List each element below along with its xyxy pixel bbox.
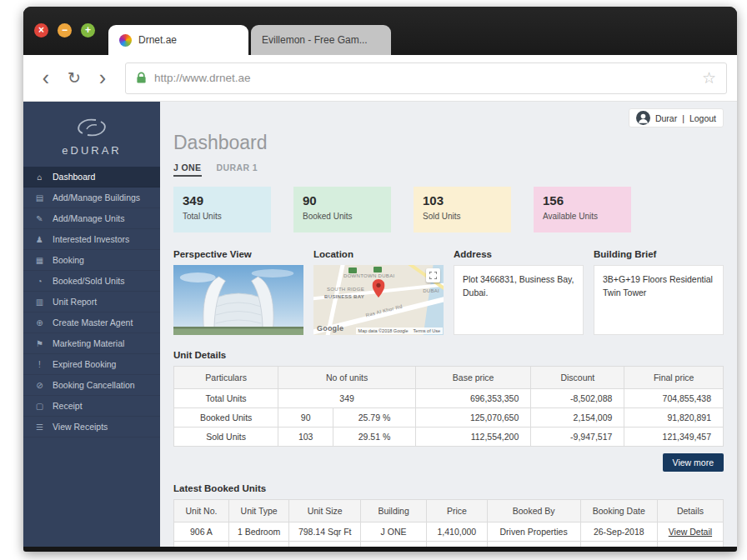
user-icon: ♟ xyxy=(34,235,45,244)
cell-building: J ONE xyxy=(361,542,427,548)
section-title: Building Brief xyxy=(594,249,724,259)
cell-discount: -9,947,517 xyxy=(531,428,624,447)
address-card: Plot 3466831, Business Bay, Dubai. xyxy=(454,265,584,335)
table-row: 906 A 1 Bedroom 798.14 Sqr Ft J ONE 1,41… xyxy=(174,522,724,542)
stat-value: 156 xyxy=(543,193,622,208)
view-more-button[interactable]: View more xyxy=(663,453,724,472)
cell-unit-size: 698.58 Sqr Ft xyxy=(289,542,361,548)
location-column: Location DOWNTOWN DUBAI SOUTH RIDGE BUSI… xyxy=(313,249,444,335)
table-row: Total Units 349 696,353,350 -8,502,088 7… xyxy=(174,389,724,408)
cell-booking-date: 26-Sep-2018 xyxy=(580,522,657,542)
sidebar-item-view-receipts[interactable]: ☰ View Receipts xyxy=(23,417,160,438)
sidebar-item-interested-investors[interactable]: ♟ Interested Investors xyxy=(23,229,160,250)
browser-tab-drnet[interactable]: Drnet.ae xyxy=(108,25,248,55)
cell-booking-date: 25-Sep-2018 xyxy=(580,542,657,548)
route-shield xyxy=(374,267,382,272)
cell-discount: -8,502,088 xyxy=(531,389,624,408)
cell-final-price: 704,855,438 xyxy=(624,389,724,408)
stat-card-booked-units: 90 Booked Units xyxy=(293,187,391,232)
sidebar-item-booked-sold-units[interactable]: ◔ Booked/Sold Units xyxy=(23,271,160,292)
secure-lock-icon xyxy=(136,72,147,84)
bookmark-star-icon[interactable]: ☆ xyxy=(702,68,716,88)
unit-details-table: Particulars No of units Base price Disco… xyxy=(173,366,724,447)
tab-durar-1[interactable]: DURAR 1 xyxy=(217,162,258,177)
brief-column: Building Brief 3B+G+19 Floors Residentia… xyxy=(594,249,724,335)
sidebar-item-dashboard[interactable]: ⌂ Dashboard xyxy=(23,167,160,188)
latest-booked-title: Latest Booked Units xyxy=(173,483,724,493)
stat-card-total-units: 349 Total Units xyxy=(173,187,271,232)
building-icon: ▤ xyxy=(34,193,45,202)
user-menu: Durar | Logout xyxy=(629,108,724,128)
url-text: http://www.drnet.ae xyxy=(154,72,694,84)
cell-discount: 2,154,009 xyxy=(531,408,624,428)
sidebar-item-expired-booking[interactable]: ! Expired Booking xyxy=(23,354,160,375)
separator: | xyxy=(682,113,684,123)
topbar: Durar | Logout xyxy=(173,108,724,128)
stat-value: 103 xyxy=(423,193,502,208)
map-fullscreen-button[interactable] xyxy=(426,268,440,282)
sidebar-item-label: Booking Cancellation xyxy=(53,380,135,390)
address-bar[interactable]: http://www.drnet.ae ☆ xyxy=(125,62,727,94)
cell-percent: 29.51 % xyxy=(333,428,416,447)
table-header-row: Particulars No of units Base price Disco… xyxy=(174,367,724,389)
avatar-icon xyxy=(636,111,650,125)
maximize-window-button[interactable]: + xyxy=(81,23,95,38)
view-detail-link[interactable]: View Detail xyxy=(669,527,712,537)
sidebar-menu: ⌂ Dashboard ▤ Add/Manage Buildings ✎ Add… xyxy=(23,167,160,438)
sidebar-item-add-manage-buildings[interactable]: ▤ Add/Manage Buildings xyxy=(23,188,160,208)
sidebar-item-marketing-material[interactable]: ⚑ Marketing Material xyxy=(23,333,160,354)
sidebar-item-booking-cancellation[interactable]: ⊘ Booking Cancellation xyxy=(23,375,160,396)
sidebar-item-booking[interactable]: ▦ Booking xyxy=(23,250,160,271)
sidebar-item-label: View Receipts xyxy=(53,422,108,432)
logo-mark-icon xyxy=(73,117,111,138)
browser-tab-evillemon[interactable]: Evillemon - Free Gam... xyxy=(251,25,391,55)
view-more-row: View more xyxy=(173,453,724,472)
tab-j-one[interactable]: J ONE xyxy=(173,162,202,177)
cell-count: 349 xyxy=(278,389,416,408)
map-terms-link[interactable]: Terms of Use xyxy=(414,328,440,333)
sidebar-item-unit-report[interactable]: ▥ Unit Report xyxy=(23,292,160,312)
expand-icon xyxy=(429,272,437,279)
tab-title: Drnet.ae xyxy=(138,34,177,46)
route-shield xyxy=(348,268,357,273)
close-window-button[interactable]: × xyxy=(34,23,48,38)
column-header: Unit Type xyxy=(228,500,288,522)
map-label-downtown: DOWNTOWN DUBAI xyxy=(343,273,394,278)
forward-button[interactable]: › xyxy=(90,68,115,88)
cell-unit-size: 798.14 Sqr Ft xyxy=(289,522,361,542)
map-label-south-ridge: SOUTH RIDGE xyxy=(327,287,364,292)
stat-card-sold-units: 103 Sold Units xyxy=(414,187,511,232)
minimize-window-button[interactable]: − xyxy=(58,23,72,38)
browser-window: × − + Drnet.ae Evillemon - Free Gam... ‹… xyxy=(23,7,737,552)
table-icon: ▦ xyxy=(34,256,45,265)
view-detail-link[interactable]: View Detail xyxy=(669,546,712,547)
stat-card-available-units: 156 Available Units xyxy=(534,187,631,232)
map-attribution: Map data ©2018 Google Terms of Use xyxy=(356,328,443,334)
table-header-row: Unit No. Unit Type Unit Size Building Pr… xyxy=(174,500,724,522)
sidebar-item-receipt[interactable]: ▢ Receipt xyxy=(23,396,160,417)
sidebar-item-label: Interested Investors xyxy=(53,234,129,244)
stat-value: 349 xyxy=(183,193,262,208)
sidebar-item-add-manage-units[interactable]: ✎ Add/Manage Units xyxy=(23,208,160,229)
cell-final-price: 121,349,457 xyxy=(624,428,724,447)
reload-button[interactable]: ↻ xyxy=(62,70,87,86)
browser-toolbar: ‹ ↻ › http://www.drnet.ae ☆ xyxy=(23,55,737,102)
cell-building: J ONE xyxy=(361,522,427,542)
sidebar-item-create-master-agent[interactable]: ⊕ Create Master Agent xyxy=(23,312,160,333)
sidebar-item-label: Booked/Sold Units xyxy=(53,276,124,286)
cell-booked-by: Driven Properties xyxy=(487,522,580,542)
building-tabs: J ONE DURAR 1 xyxy=(173,162,724,177)
map-pin-icon xyxy=(373,279,385,301)
logout-link[interactable]: Logout xyxy=(689,113,716,123)
location-map[interactable]: DOWNTOWN DUBAI SOUTH RIDGE BUSINESS BAY … xyxy=(313,265,444,335)
sidebar-item-label: Expired Booking xyxy=(53,359,116,369)
cell-unit-no: 1909 A xyxy=(174,542,229,548)
section-title: Location xyxy=(313,249,444,259)
page-title: Dashboard xyxy=(173,132,724,154)
sidebar-item-label: Marketing Material xyxy=(53,338,124,348)
address-column: Address Plot 3466831, Business Bay, Duba… xyxy=(454,249,584,335)
map-label-business-bay: BUSINESS BAY xyxy=(324,294,364,299)
back-button[interactable]: ‹ xyxy=(33,68,58,88)
column-header: No of units xyxy=(278,367,416,389)
column-header: Price xyxy=(427,500,487,522)
